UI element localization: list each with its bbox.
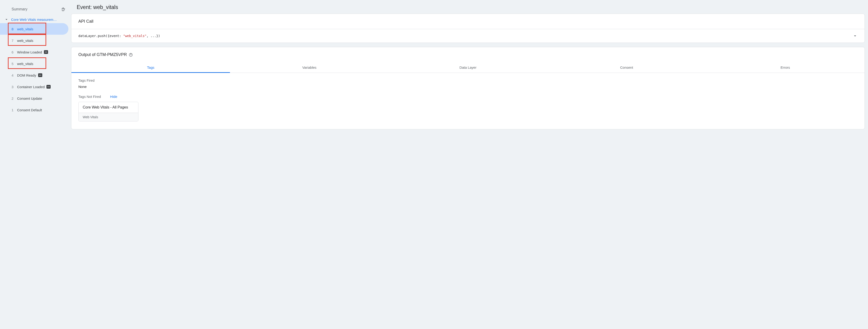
- event-num: 4: [11, 73, 17, 77]
- tags-not-fired-row: Tags Not Fired Hide: [78, 94, 858, 99]
- code-icon: [46, 85, 51, 89]
- summary-title: Summary: [11, 7, 27, 11]
- api-call-body[interactable]: dataLayer.push({event: "web_vitals", ...…: [71, 29, 865, 43]
- event-item-7[interactable]: 7web_vitals: [0, 35, 68, 46]
- tab-variables[interactable]: Variables: [230, 62, 389, 73]
- tag-card-title: Core Web Vitals - All Pages: [79, 102, 138, 113]
- event-label: web_vitals: [17, 39, 33, 43]
- event-item-6[interactable]: 6Window Loaded: [0, 46, 68, 58]
- main: Event: web_vitals API Call dataLayer.pus…: [70, 0, 868, 329]
- event-num: 6: [11, 50, 17, 54]
- chevron-down-icon[interactable]: [852, 33, 858, 38]
- session-title: Core Web Vitals measurem…: [11, 18, 67, 22]
- tab-tags[interactable]: Tags: [71, 62, 230, 73]
- trash-icon[interactable]: [61, 7, 66, 11]
- event-num: 2: [11, 97, 17, 101]
- event-item-4[interactable]: 4DOM Ready: [0, 70, 68, 81]
- tag-card-type: Web Vitals: [79, 113, 138, 121]
- tag-card[interactable]: Core Web Vitals - All PagesWeb Vitals: [78, 102, 138, 121]
- output-header: Output of GTM-PMZ5VPR: [71, 47, 865, 62]
- tab-data-layer[interactable]: Data Layer: [389, 62, 547, 73]
- hide-link[interactable]: Hide: [110, 94, 117, 99]
- output-body: Tags Fired None Tags Not Fired Hide Core…: [71, 73, 865, 129]
- tags-fired-value: None: [78, 85, 858, 89]
- event-num: 7: [11, 39, 17, 43]
- event-item-1[interactable]: 1Consent Default: [0, 104, 68, 116]
- api-call-header: API Call: [71, 14, 865, 29]
- code-icon: [38, 73, 42, 77]
- event-num: 5: [11, 62, 17, 66]
- summary-row[interactable]: Summary: [0, 5, 70, 16]
- event-num: 8: [11, 27, 17, 31]
- event-num: 1: [11, 108, 17, 112]
- session-row[interactable]: Core Web Vitals measurem…: [0, 16, 70, 23]
- event-item-3[interactable]: 3Container Loaded: [0, 81, 68, 92]
- event-label: Consent Update: [17, 97, 42, 101]
- output-card: Output of GTM-PMZ5VPR TagsVariablesData …: [71, 47, 865, 129]
- event-label: Window Loaded: [17, 50, 42, 54]
- page-title: Event: web_vitals: [71, 3, 865, 13]
- sidebar: Summary Core Web Vitals measurem… 8web_v…: [0, 0, 70, 329]
- tags-not-fired-list: Core Web Vitals - All PagesWeb Vitals: [78, 102, 858, 122]
- event-label: web_vitals: [17, 62, 33, 66]
- event-num: 3: [11, 85, 17, 89]
- event-label: Consent Default: [17, 108, 42, 112]
- tab-consent[interactable]: Consent: [547, 62, 706, 73]
- api-call-card: API Call dataLayer.push({event: "web_vit…: [71, 13, 865, 43]
- help-icon[interactable]: [129, 53, 133, 57]
- event-list: 8web_vitals7web_vitals6Window Loaded5web…: [0, 23, 70, 116]
- event-label: Container Loaded: [17, 85, 44, 89]
- tab-errors[interactable]: Errors: [706, 62, 865, 73]
- event-item-2[interactable]: 2Consent Update: [0, 92, 68, 104]
- event-item-5[interactable]: 5web_vitals: [0, 58, 68, 70]
- output-header-text: Output of GTM-PMZ5VPR: [78, 52, 127, 57]
- event-item-8[interactable]: 8web_vitals: [0, 23, 68, 35]
- chevron-down-icon: [4, 17, 9, 22]
- api-call-code: dataLayer.push({event: "web_vitals", ...…: [78, 34, 160, 38]
- output-tabs: TagsVariablesData LayerConsentErrors: [71, 62, 865, 73]
- event-label: DOM Ready: [17, 73, 36, 77]
- event-label: web_vitals: [17, 27, 33, 31]
- tags-not-fired-label: Tags Not Fired: [78, 94, 101, 99]
- tags-fired-label: Tags Fired: [78, 78, 858, 82]
- code-icon: [44, 50, 48, 54]
